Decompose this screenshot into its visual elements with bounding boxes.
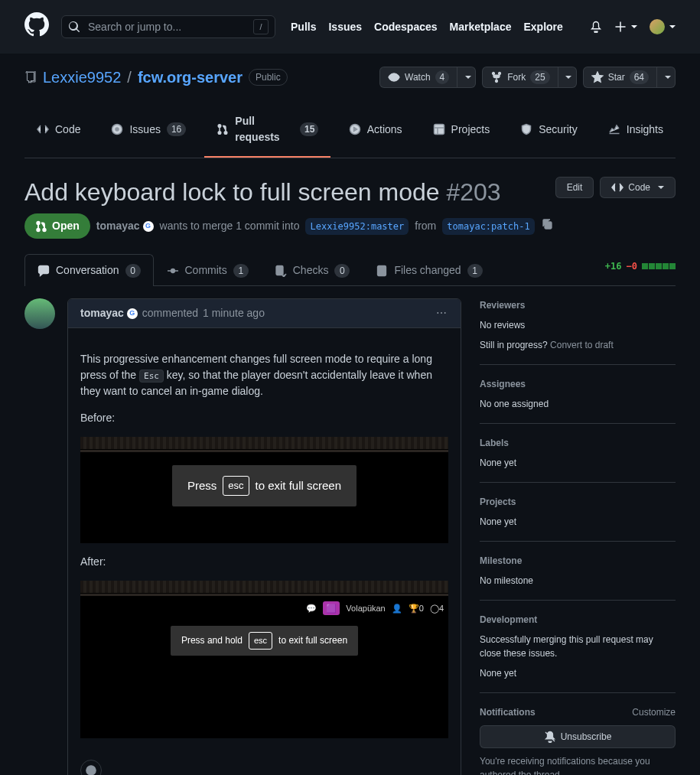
search-icon <box>68 21 80 33</box>
global-search[interactable]: / <box>61 15 275 38</box>
diff-blocks <box>642 263 676 269</box>
google-badge-icon: G <box>143 221 154 232</box>
watch-dropdown[interactable] <box>457 67 475 87</box>
svg-point-3 <box>496 80 498 83</box>
comment-menu[interactable]: ⋯ <box>436 305 448 321</box>
repo-name-link[interactable]: fcw.org-server <box>138 66 243 89</box>
comment-author-avatar[interactable] <box>24 298 55 329</box>
nav-explore[interactable]: Explore <box>523 19 562 35</box>
notifications-bell[interactable] <box>590 21 602 33</box>
milestone-value: No milestone <box>480 574 676 588</box>
tab-projects[interactable]: Projects <box>421 107 503 158</box>
tab-code[interactable]: Code <box>24 107 93 158</box>
pr-number: #203 <box>446 178 500 206</box>
svg-point-2 <box>499 73 501 75</box>
svg-point-18 <box>86 765 96 774</box>
svg-point-6 <box>218 125 221 128</box>
nav-pulls[interactable]: Pulls <box>291 19 316 35</box>
toast-esc-key: esc <box>249 632 272 650</box>
plus-icon <box>614 21 627 33</box>
chat-bubble-icon: 💬 <box>306 602 317 615</box>
commits-count: 1 <box>233 264 249 278</box>
trophy-icon: 🏆0 <box>409 602 424 615</box>
labels-block: Labels None yet <box>480 424 676 483</box>
milestone-heading: Milestone <box>480 554 676 568</box>
svg-point-15 <box>171 269 174 272</box>
project-icon <box>433 123 445 135</box>
watch-button[interactable]: Watch4 <box>379 67 476 88</box>
pr-tabs: Conversation0 Commits1 Checks0 Files cha… <box>24 254 676 286</box>
star-dropdown[interactable] <box>656 67 675 87</box>
fork-icon <box>490 71 503 83</box>
tab-insights[interactable]: Insights <box>596 107 676 158</box>
pr-author[interactable]: tomayacG <box>96 218 154 234</box>
tab-conversation[interactable]: Conversation0 <box>24 254 154 286</box>
tab-commits[interactable]: Commits1 <box>154 254 262 286</box>
watch-label: Watch <box>405 70 431 84</box>
create-new-dropdown[interactable] <box>614 21 637 33</box>
checklist-icon <box>275 265 287 277</box>
svg-point-0 <box>392 76 396 79</box>
diff-stat: +16 −0 <box>605 259 676 281</box>
esc-kbd: Esc <box>139 370 164 383</box>
global-nav: Pulls Issues Codespaces Marketplace Expl… <box>291 19 563 35</box>
svg-point-20 <box>93 768 93 769</box>
assignees-block: Assignees No one assigned <box>480 365 676 424</box>
github-logo[interactable] <box>24 12 49 41</box>
global-header: / Pulls Issues Codespaces Marketplace Ex… <box>0 0 700 54</box>
pr-meta: Open tomayacG wants to merge 1 commit in… <box>24 213 676 239</box>
pr-state-open: Open <box>24 213 90 239</box>
tab-security[interactable]: Security <box>508 107 590 158</box>
svg-point-7 <box>218 132 221 135</box>
comment-icon <box>37 265 50 277</box>
bell-icon <box>590 21 602 33</box>
edit-title-button[interactable]: Edit <box>555 177 594 198</box>
projects-value: None yet <box>480 515 676 529</box>
tab-actions[interactable]: Actions <box>337 107 415 158</box>
star-button[interactable]: Star64 <box>583 67 676 88</box>
fork-button[interactable]: Fork25 <box>482 67 576 88</box>
after-topbar: 💬 🟪 Volapükan 👤 🏆0 ◯4 <box>80 600 448 617</box>
pr-title: Add keyboard lock to full screen mode #2… <box>24 177 501 207</box>
comment-author[interactable]: tomayacG <box>80 305 138 321</box>
copy-branch-icon[interactable] <box>541 218 553 235</box>
nav-marketplace[interactable]: Marketplace <box>450 19 512 35</box>
slash-key-hint: / <box>253 19 269 34</box>
fork-dropdown[interactable] <box>558 67 576 87</box>
repo-owner-link[interactable]: Lexxie9952 <box>43 66 121 89</box>
nav-codespaces[interactable]: Codespaces <box>374 19 437 35</box>
tab-issues[interactable]: Issues16 <box>99 107 198 158</box>
before-screenshot: Press esc to exit full screen <box>80 437 448 543</box>
add-reaction-button[interactable] <box>80 760 102 776</box>
tab-pulls[interactable]: Pull requests15 <box>204 107 330 158</box>
customize-link[interactable]: Customize <box>632 705 676 719</box>
base-branch[interactable]: Lexxie9952:master <box>305 218 409 235</box>
nav-issues[interactable]: Issues <box>328 19 362 35</box>
user-menu[interactable] <box>650 19 676 34</box>
smiley-icon <box>85 764 97 776</box>
tab-checks[interactable]: Checks0 <box>262 254 363 286</box>
unsubscribe-button[interactable]: Unsubscribe <box>480 725 676 748</box>
google-badge-icon: G <box>127 308 138 319</box>
checks-count: 0 <box>334 264 350 278</box>
convert-draft-link[interactable]: Convert to draft <box>550 340 614 350</box>
star-count: 64 <box>630 70 649 84</box>
head-branch[interactable]: tomayac:patch-1 <box>442 218 534 235</box>
toast-esc-key: esc <box>223 476 249 496</box>
main-column: tomayacG commented 1 minute ago ⋯ This p… <box>24 298 461 775</box>
notifications-desc: You're receiving notifications because y… <box>480 754 676 775</box>
search-input[interactable] <box>86 20 247 34</box>
svg-point-8 <box>224 132 227 135</box>
merge-text: wants to merge 1 commit into <box>160 218 300 234</box>
svg-point-11 <box>37 221 40 224</box>
svg-point-19 <box>89 768 90 769</box>
conversation-count: 0 <box>125 264 141 278</box>
code-dropdown-button[interactable]: Code <box>600 177 676 198</box>
watch-count: 4 <box>435 70 450 84</box>
comment-verb: commented <box>142 305 198 321</box>
labels-value: None yet <box>480 456 676 470</box>
draft-question: Still in progress? <box>480 340 548 350</box>
comment-timestamp[interactable]: 1 minute ago <box>203 305 265 321</box>
projects-block: Projects None yet <box>480 483 676 542</box>
tab-files[interactable]: Files changed1 <box>363 254 495 286</box>
